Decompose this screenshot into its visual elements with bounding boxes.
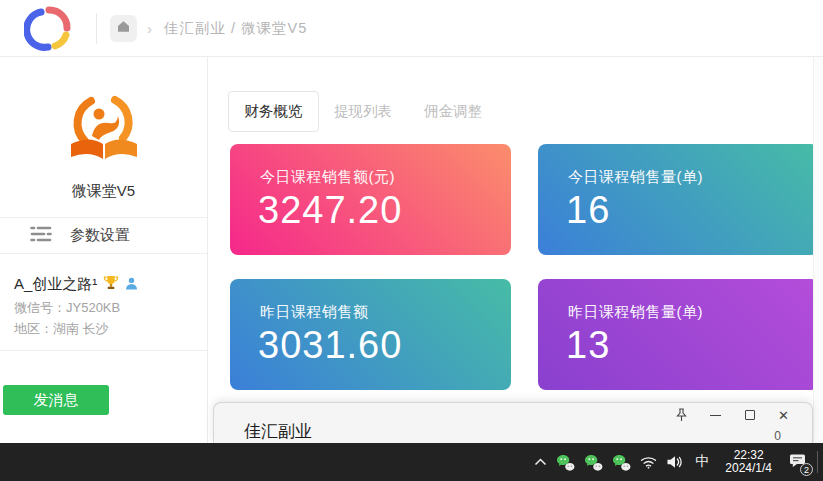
stat-card-label: 昨日课程销售量(单) [568,303,703,322]
brand-book-logo-icon [62,90,146,174]
chevron-up-icon[interactable] [534,458,547,466]
stat-card-label: 昨日课程销售额 [260,303,369,322]
tab-commission-adjust[interactable]: 佣金调整 [423,91,483,132]
sidebar-item-label: 参数设置 [70,226,130,245]
tab-withdraw-list[interactable]: 提现列表 [333,91,393,132]
sidebar-item-settings[interactable]: 参数设置 [0,217,207,254]
volume-icon[interactable] [666,455,683,469]
app-header: › 佳汇副业 / 微课堂V5 [0,0,823,57]
close-icon[interactable]: ✕ [777,408,790,422]
wechat-icon[interactable] [612,454,631,471]
tab-finance-overview[interactable]: 财务概览 [228,91,319,132]
main-content: 财务概览 提现列表 佣金调整 今日课程销售额(元) 3247.20 今日课程销售… [209,57,823,443]
breadcrumb[interactable]: 佳汇副业 / 微课堂V5 [164,0,307,57]
stat-card-today-sales-count: 今日课程销售量(单) 16 [538,144,819,255]
chevron-right-icon: › [147,0,152,57]
taskbar-clock[interactable]: 22:32 2024/1/4 [721,449,776,476]
notification-center-button[interactable]: 2 [785,450,809,474]
stat-card-label: 今日课程销售量(单) [568,168,703,187]
wifi-icon[interactable] [640,456,657,469]
clock-date: 2024/1/4 [725,462,772,476]
window-title: 佳汇副业 [244,420,312,443]
clock-time: 22:32 [725,449,772,463]
header-divider [96,13,97,44]
stat-card-yesterday-sales-amount: 昨日课程销售额 3031.60 [230,279,511,390]
home-icon [116,19,131,38]
scrollbar[interactable] [813,57,823,443]
maximize-icon[interactable] [743,408,756,422]
stat-card-label: 今日课程销售额(元) [260,168,395,187]
wechat-icon[interactable] [556,454,575,471]
window-corner-text: 0 [774,429,781,443]
send-message-button[interactable]: 发消息 [3,385,109,415]
window-controls: ✕ [675,408,790,422]
user-name: A_创业之路¹ [14,275,97,294]
stat-card-today-sales-amount: 今日课程销售额(元) 3247.20 [230,144,511,255]
user-name-row: A_创业之路¹ [14,275,138,294]
pin-icon[interactable] [675,408,688,422]
user-wechat-id: 微信号：JY520KB [14,299,120,317]
ime-indicator[interactable]: 中 [692,453,712,471]
overlay-window-jiahui[interactable]: 佳汇副业 ✕ 0 [213,402,813,444]
trophy-icon [103,275,119,294]
taskbar: 中 22:32 2024/1/4 2 [0,443,823,481]
app-logo-swirl-icon [24,4,76,58]
notification-count-badge: 2 [800,463,813,476]
person-icon[interactable] [125,276,138,294]
minimize-icon[interactable] [709,408,722,422]
sidebar: 微课堂V5 参数设置 A_创业之路¹ [0,57,208,443]
stat-card-value: 3247.20 [258,189,402,232]
desktop-screen: › 佳汇副业 / 微课堂V5 微课堂V5 参数设置 [0,0,823,481]
sidebar-divider [0,350,207,351]
stat-card-value: 13 [566,324,610,367]
stat-card-yesterday-sales-count: 昨日课程销售量(单) 13 [538,279,819,390]
wechat-icon[interactable] [584,454,603,471]
system-tray: 中 22:32 2024/1/4 2 [534,443,809,481]
brand-name: 微课堂V5 [0,182,207,201]
stat-card-value: 16 [566,189,610,232]
home-button[interactable] [110,15,137,42]
user-region: 地区：湖南 长沙 [14,320,109,338]
stat-card-value: 3031.60 [258,324,402,367]
menu-list-icon [30,226,52,246]
show-desktop-button[interactable] [817,451,818,473]
